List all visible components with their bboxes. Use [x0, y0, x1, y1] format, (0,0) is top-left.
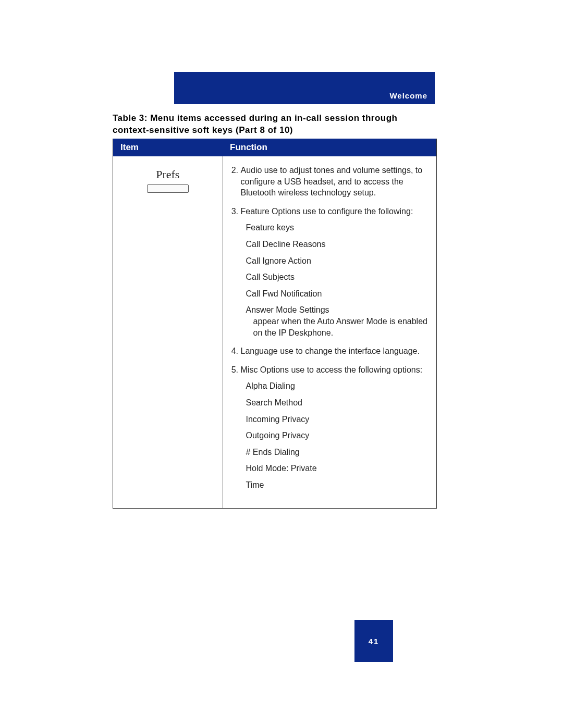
function-item-text: Misc Options use to access the following…	[241, 365, 423, 374]
function-item-text: Audio use to adjust tones and volume set…	[241, 166, 423, 197]
page-number-block: 41	[354, 620, 393, 662]
function-sub-item: Call Fwd Notification	[246, 288, 432, 300]
function-sub-item: Call Decline Reasons	[246, 239, 432, 250]
function-sub-item: Hold Mode: Private	[246, 463, 432, 474]
function-item-text: Language use to change the interface lan…	[241, 347, 420, 355]
cell-function: Audio use to adjust tones and volume set…	[223, 156, 436, 508]
function-sub-item: Call Ignore Action	[246, 255, 432, 267]
function-sub-item: # Ends Dialing	[246, 447, 432, 458]
function-sub-item: Feature keys	[246, 222, 432, 233]
soft-key-icon	[147, 184, 189, 193]
function-list: Audio use to adjust tones and volume set…	[228, 165, 432, 490]
function-sub-item: Outgoing Privacy	[246, 430, 432, 441]
function-sub-item: Answer Mode Settingsappear when the Auto…	[246, 304, 432, 338]
function-sub-item: Call Subjects	[246, 272, 432, 283]
section-label: Welcome	[389, 91, 427, 100]
function-sub-item: Alpha Dialing	[246, 380, 432, 392]
function-sub-item-cont: appear when the Auto Answer Mode is enab…	[246, 316, 432, 338]
page-number: 41	[369, 637, 380, 646]
function-sub-list: Feature keysCall Decline ReasonsCall Ign…	[241, 222, 432, 338]
function-sub-item: Search Method	[246, 397, 432, 409]
item-label-prefs: Prefs	[118, 168, 217, 181]
table-header-item: Item	[113, 139, 223, 156]
table-3: Item Function Prefs Audio use to adjust …	[113, 139, 437, 509]
function-item-text: Feature Options use to configure the fol…	[241, 207, 413, 216]
function-sub-item: Time	[246, 479, 432, 491]
table-row: Prefs Audio use to adjust tones and volu…	[113, 156, 436, 508]
header-band: Welcome	[174, 72, 435, 104]
function-sub-item: Incoming Privacy	[246, 414, 432, 425]
cell-item: Prefs	[113, 156, 223, 508]
function-sub-list: Alpha DialingSearch MethodIncoming Priva…	[241, 380, 432, 490]
table-caption: Table 3: Menu items accessed during an i…	[113, 113, 405, 137]
table-header-function: Function	[223, 139, 436, 156]
function-item: Misc Options use to access the following…	[241, 364, 432, 491]
function-item: Language use to change the interface lan…	[241, 346, 432, 357]
function-item: Audio use to adjust tones and volume set…	[241, 165, 432, 199]
function-item: Feature Options use to configure the fol…	[241, 206, 432, 338]
function-sub-item-text: Answer Mode Settings	[246, 305, 329, 314]
